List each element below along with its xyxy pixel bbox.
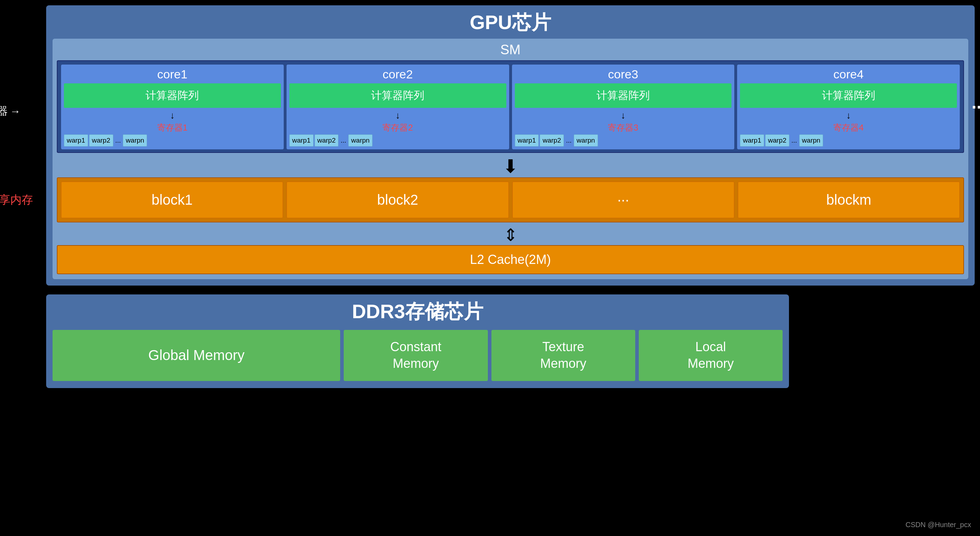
core2-compute: 计算器阵列 <box>290 83 506 108</box>
core1-title: core1 <box>64 67 281 81</box>
warp-block: warp1 <box>740 135 764 146</box>
core2-warps: warp1 warp2 ... warpn <box>290 135 506 146</box>
block1: block1 <box>61 182 283 218</box>
register-arrow-icon: → <box>10 105 21 117</box>
core3-reg-label: 寄存器3 <box>515 122 732 133</box>
warp-block: warp1 <box>64 135 88 146</box>
arrow-down-3: ↓ <box>515 110 732 121</box>
core-block-4: core4 计算器阵列 ↓ 寄存器4 warp1 warp2 ... warpn <box>737 65 960 149</box>
texture-memory: TextureMemory <box>492 330 635 381</box>
warp-block: warpn <box>799 135 823 146</box>
core-block-2: core2 计算器阵列 ↓ 寄存器2 warp1 warp2 ... warpn <box>286 65 509 149</box>
warp-dots: ... <box>339 136 347 144</box>
l2-cache: L2 Cache(2M) <box>57 245 964 274</box>
core3-title: core3 <box>515 67 732 81</box>
arrow-down-1: ↓ <box>64 110 281 121</box>
warp-block: warp1 <box>290 135 313 146</box>
warp-dots: ... <box>791 136 798 144</box>
core4-compute: 计算器阵列 <box>740 83 957 108</box>
warp-block: warp1 <box>515 135 539 146</box>
warp-block: warp2 <box>765 135 789 146</box>
core-block-3: core3 计算器阵列 ↓ 寄存器3 warp1 warp2 ... warpn <box>512 65 735 149</box>
core-block-1: core1 计算器阵列 ↓ 寄存器1 warp1 warp2 ... warpn <box>61 65 284 149</box>
core1-reg-label: 寄存器1 <box>64 122 281 133</box>
constant-memory: ConstantMemory <box>344 330 487 381</box>
core2-title: core2 <box>290 67 506 81</box>
warp-dots: ... <box>115 136 122 144</box>
warp-block: warpn <box>348 135 372 146</box>
core2-reg-label: 寄存器2 <box>290 122 506 133</box>
sm-container: SM 寄存器 → core1 计算器阵列 ↓ 寄存器1 <box>52 39 968 279</box>
shared-memory-section: 共享内存 block1 block2 ··· blockm <box>57 178 964 222</box>
block2: block2 <box>286 182 509 218</box>
cores-grid: core1 计算器阵列 ↓ 寄存器1 warp1 warp2 ... warpn <box>61 65 960 149</box>
ddr3-grid: Global Memory ConstantMemory TextureMemo… <box>52 330 783 381</box>
core3-compute: 计算器阵列 <box>515 83 732 108</box>
arrow-down-4: ↓ <box>740 110 957 121</box>
ddr3-container: DDR3存储芯片 Global Memory ConstantMemory Te… <box>46 295 789 388</box>
register-outer-text: 寄存器 <box>0 104 8 119</box>
core4-title: core4 <box>740 67 957 81</box>
shared-memory-label: 共享内存 <box>0 192 33 208</box>
core4-reg-label: 寄存器4 <box>740 122 957 133</box>
warp-block: warp2 <box>315 135 339 146</box>
blockm: blockm <box>738 182 960 218</box>
core1-warps: warp1 warp2 ... warpn <box>64 135 281 146</box>
shared-blocks-container: block1 block2 ··· blockm <box>57 178 964 222</box>
warp-block: warpn <box>574 135 598 146</box>
ddr3-title: DDR3存储芯片 <box>52 299 783 325</box>
core3-warps: warp1 warp2 ... warpn <box>515 135 732 146</box>
warp-dots: ... <box>565 136 573 144</box>
warp-block: warp2 <box>540 135 564 146</box>
local-memory: LocalMemory <box>639 330 783 381</box>
warp-block: warpn <box>123 135 147 146</box>
double-arrow: ⇕ <box>57 227 964 244</box>
big-arrow-down: ⬇ <box>57 157 964 176</box>
cores-ellipsis: ··· <box>972 97 980 117</box>
gpu-chip: GPU芯片 SM 寄存器 → core1 计算器阵列 ↓ 寄 <box>46 5 975 285</box>
global-memory: Global Memory <box>52 330 340 381</box>
gpu-title: GPU芯片 <box>52 10 968 36</box>
watermark: CSDN @Hunter_pcx <box>905 521 971 529</box>
arrow-down-2: ↓ <box>290 110 506 121</box>
warp-block: warp2 <box>89 135 113 146</box>
core1-compute: 计算器阵列 <box>64 83 281 108</box>
register-outer-label: 寄存器 → <box>0 104 21 119</box>
cores-section: 寄存器 → core1 计算器阵列 ↓ 寄存器1 warp1 warp2 <box>57 60 964 153</box>
sm-label: SM <box>57 42 964 57</box>
core4-warps: warp1 warp2 ... warpn <box>740 135 957 146</box>
block-dots: ··· <box>512 182 734 218</box>
